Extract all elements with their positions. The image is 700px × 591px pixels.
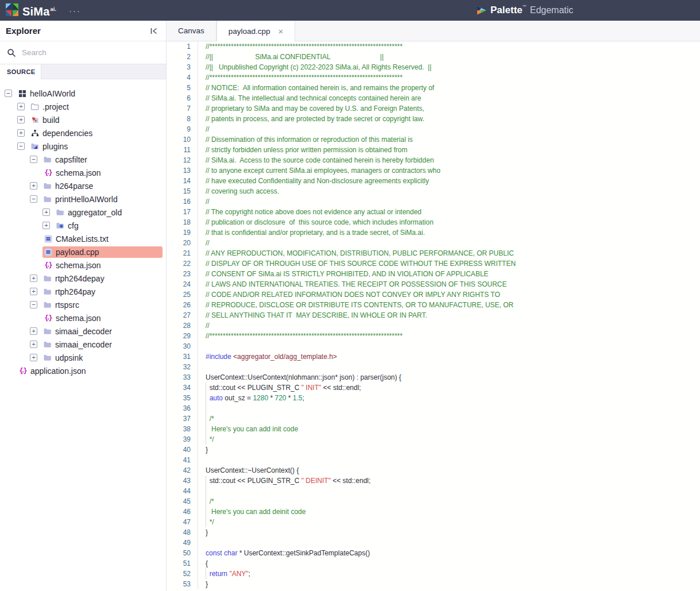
code-line[interactable]: 28// [167, 320, 700, 331]
collapse-node-icon[interactable]: − [5, 90, 12, 97]
tree-item-udpsink[interactable]: +udpsink [0, 351, 166, 364]
expand-node-icon[interactable]: + [17, 103, 25, 110]
code-line-content[interactable]: // [198, 124, 700, 134]
code-line[interactable]: 1//*************************************… [167, 41, 700, 52]
code-line[interactable]: 25// CODE AND/OR RELATED INFORMATION DOE… [167, 289, 700, 300]
tree-item-body[interactable]: rtph264pay [42, 286, 163, 298]
code-line[interactable]: 15// covering such access. [167, 186, 700, 196]
code-line[interactable]: 24// LAWS AND INTERNATIONAL TREATIES. TH… [167, 279, 700, 289]
collapse-node-icon[interactable]: − [30, 156, 37, 163]
expand-node-icon[interactable]: + [30, 341, 37, 348]
tree-item-rtspsrc[interactable]: −rtspsrc [0, 298, 166, 311]
expand-node-icon[interactable]: + [42, 208, 50, 216]
code-line[interactable]: 18// publication or disclosure of this s… [167, 217, 700, 227]
code-line[interactable]: 52 return "ANY"; [167, 569, 700, 579]
tree-item-payload-cpp[interactable]: payload.cpp [0, 245, 166, 258]
code-line-content[interactable]: // ANY REPRODUCTION, MODIFICATION, DISTR… [198, 248, 700, 258]
code-line-content[interactable]: // strictly forbidden unless prior writt… [198, 145, 700, 155]
code-line-content[interactable] [198, 362, 700, 372]
code-line-content[interactable]: */ [198, 517, 700, 527]
code-line[interactable]: 11// strictly forbidden unless prior wri… [167, 145, 700, 155]
code-line-content[interactable]: UserContext::UserContext(nlohmann::json*… [198, 372, 700, 383]
collapse-node-icon[interactable]: − [30, 195, 37, 203]
code-line[interactable]: 16// [167, 196, 700, 207]
tree-item-body[interactable]: .project [29, 101, 163, 113]
code-line[interactable]: 29//************************************… [167, 331, 700, 341]
code-line[interactable]: 38 Here's you can add init code [167, 424, 700, 434]
code-line-content[interactable]: // The copyright notice above does not e… [198, 207, 700, 217]
code-line[interactable]: 46 Here's you can add deinit code [167, 507, 700, 517]
code-line[interactable]: 49 [167, 538, 700, 548]
header-menu-dots-icon[interactable]: ··· [69, 6, 81, 16]
tree-item-body[interactable]: build [29, 114, 163, 126]
tree-item-schema-json[interactable]: {}schema.json [0, 166, 166, 179]
expand-node-icon[interactable]: + [30, 354, 37, 361]
tree-item-printhelloaiworld[interactable]: −printHelloAIWorld [0, 192, 166, 206]
code-line-content[interactable]: // DISPLAY OF OR THROUGH USE OF THIS SOU… [198, 258, 700, 269]
tree-item-schema-json[interactable]: {}schema.json [0, 258, 166, 272]
code-line[interactable]: 30 [167, 341, 700, 351]
code-line[interactable]: 14// have executed Confidentiality and N… [167, 176, 700, 186]
code-line-content[interactable]: UserContext::~UserContext() { [198, 465, 700, 476]
tree-item-body[interactable]: {}schema.json [42, 260, 163, 271]
code-line-content[interactable] [198, 403, 700, 414]
code-line-content[interactable]: } [198, 527, 700, 538]
code-line[interactable]: 19// that is confidential and/or proprie… [167, 227, 700, 238]
code-line-content[interactable] [198, 538, 700, 548]
tree-item-build[interactable]: +build [0, 113, 166, 126]
code-line[interactable]: 36 [167, 403, 700, 414]
code-line-content[interactable]: */ [198, 434, 700, 445]
tree-item-body[interactable]: payload.cpp [42, 246, 163, 258]
tree-item-body[interactable]: capsfilter [42, 154, 163, 165]
tab-canvas[interactable]: Canvas [167, 21, 216, 41]
code-line-content[interactable]: // have executed Confidentiality and Non… [198, 176, 700, 186]
code-line-content[interactable]: } [198, 579, 700, 589]
tree-item-h264parse[interactable]: +h264parse [0, 179, 166, 192]
code-line-content[interactable]: //|| SiMa.ai CONFIDENTIAL || [198, 52, 700, 62]
code-line-content[interactable]: const char * UserContext::getSinkPadTemp… [198, 548, 700, 558]
code-line[interactable]: 5// NOTICE: All information contained he… [167, 83, 700, 93]
code-line-content[interactable]: // CONSENT OF SiMa.ai IS STRICTLY PROHIB… [198, 269, 700, 279]
code-line[interactable]: 53} [167, 579, 700, 589]
code-line-content[interactable]: Here's you can add deinit code [198, 507, 700, 517]
tree-item-body[interactable]: h264parse [42, 180, 163, 192]
tree-item-body[interactable]: CMakeLists.txt [42, 233, 163, 245]
tree-item-body[interactable]: udpsink [42, 352, 163, 364]
code-line-content[interactable]: //**************************************… [198, 331, 700, 341]
code-line-content[interactable]: // patents in process, and are protected… [198, 114, 700, 124]
code-line-content[interactable]: { [198, 558, 700, 569]
code-line[interactable]: 50const char * UserContext::getSinkPadTe… [167, 548, 700, 558]
tree-item-cmakelists-txt[interactable]: CMakeLists.txt [0, 232, 166, 245]
code-line[interactable]: 20// [167, 238, 700, 248]
code-line-content[interactable]: // SELL ANYTHING THAT IT MAY DESCRIBE, I… [198, 310, 700, 320]
expand-node-icon[interactable]: + [30, 327, 37, 335]
code-line-content[interactable]: // publication or disclosure of this sou… [198, 217, 700, 227]
code-line-content[interactable]: // NOTICE: All information contained her… [198, 83, 700, 93]
code-line[interactable]: 7// proprietary to SiMa and may be cover… [167, 103, 700, 114]
code-line[interactable]: 33UserContext::UserContext(nlohmann::jso… [167, 372, 700, 383]
code-line[interactable]: 12// SiMa.ai. Access to the source code … [167, 155, 700, 165]
code-line-content[interactable]: // CODE AND/OR RELATED INFORMATION DOES … [198, 289, 700, 300]
tree-item-dependencies[interactable]: +dependencies [0, 126, 166, 140]
code-line-content[interactable] [198, 486, 700, 496]
code-line[interactable]: 13// to anyone except current SiMa.ai em… [167, 165, 700, 176]
code-line-content[interactable]: auto out_sz = 1280 * 720 * 1.5; [198, 393, 700, 403]
code-line[interactable]: 27// SELL ANYTHING THAT IT MAY DESCRIBE,… [167, 310, 700, 320]
code-line[interactable]: 31#include <aggregator_old/agg_template.… [167, 351, 700, 362]
tree-item-cfg[interactable]: +cfg [0, 219, 166, 232]
close-tab-icon[interactable]: × [279, 27, 284, 36]
code-line[interactable]: 21// ANY REPRODUCTION, MODIFICATION, DIS… [167, 248, 700, 258]
search-input[interactable] [22, 48, 159, 57]
code-line[interactable]: 17// The copyright notice above does not… [167, 207, 700, 217]
code-line[interactable]: 35 auto out_sz = 1280 * 720 * 1.5; [167, 393, 700, 403]
tree-item-body[interactable]: cfg [55, 220, 163, 231]
collapse-sidebar-icon[interactable] [149, 27, 158, 35]
tree-item-rtph264depay[interactable]: +rtph264depay [0, 272, 166, 285]
code-line-content[interactable]: // covering such access. [198, 186, 700, 196]
code-line[interactable]: 34 std::cout << PLUGIN_STR_C " INIT" << … [167, 383, 700, 393]
code-editor[interactable]: 1//*************************************… [167, 41, 700, 591]
code-line-content[interactable]: // that is confidential and/or proprieta… [198, 227, 700, 238]
code-line-content[interactable] [198, 341, 700, 351]
code-line-content[interactable]: // to anyone except current SiMa.ai empl… [198, 165, 700, 176]
code-line-content[interactable]: // LAWS AND INTERNATIONAL TREATIES. THE … [198, 279, 700, 289]
